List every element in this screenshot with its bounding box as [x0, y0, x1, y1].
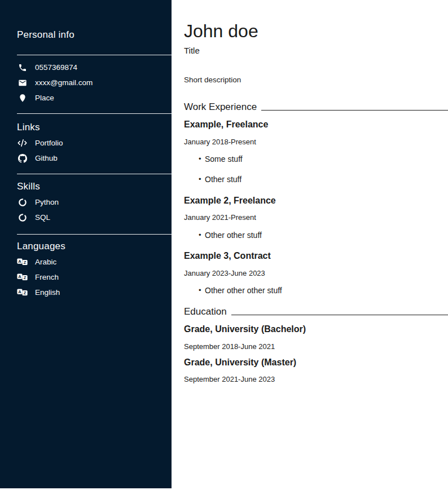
job-title: Example, Freelance — [184, 119, 448, 130]
links-heading: Links — [17, 122, 172, 133]
job-title: Example 3, Contract — [184, 250, 448, 261]
education-heading: Education — [184, 306, 227, 317]
contact-item-place: Place — [17, 90, 172, 105]
skill-item-sql: SQL — [17, 210, 172, 225]
education-entry: Grade, University (Bachelor) September 2… — [184, 324, 448, 351]
contact-item-phone: 0557369874 — [17, 60, 172, 75]
education-title: Grade, University (Bachelor) — [184, 324, 448, 334]
candidate-name: John doe — [184, 21, 448, 42]
language-label: French — [35, 273, 59, 281]
contact-item-email: xxxx@gmail.com — [17, 75, 172, 90]
location-icon — [17, 92, 28, 103]
resume-main: John doe Title Short description Work Ex… — [172, 0, 448, 490]
language-item-english: A Z English — [17, 285, 172, 300]
svg-text:A: A — [18, 259, 21, 264]
github-icon — [17, 153, 28, 164]
link-item-portfolio[interactable]: Portfolio — [17, 135, 172, 151]
short-description: Short description — [184, 76, 448, 85]
svg-text:A: A — [18, 274, 21, 279]
job-bullet: Other other other stuff — [184, 286, 448, 295]
job-title: Example 2, Freelance — [184, 195, 448, 206]
work-experience-heading: Work Experience — [184, 101, 257, 113]
languages-list: A Z Arabic A Z French — [0, 254, 172, 300]
job-bullets: Other other other stuff — [184, 286, 448, 295]
section-rule — [261, 110, 448, 111]
language-label: Arabic — [35, 258, 56, 266]
translate-icon: A Z — [17, 287, 28, 298]
job-bullets: Other other stuff — [184, 231, 448, 240]
code-icon — [17, 138, 28, 148]
job-entry: Example, Freelance January 2018-Present … — [184, 119, 448, 184]
job-entry: Example 2, Freelance January 2021-Presen… — [184, 195, 448, 240]
links-list: Portfolio Github — [0, 135, 172, 166]
skills-heading: Skills — [17, 181, 172, 192]
sidebar-divider — [17, 55, 172, 55]
education-header: Education — [184, 306, 448, 317]
job-period: January 2018-Present — [184, 138, 448, 147]
github-link-label: Github — [35, 154, 58, 162]
svg-text:Z: Z — [24, 260, 27, 265]
skill-label: SQL — [35, 214, 50, 222]
sidebar: Personal info 0557369874 xxxx@gmail.com … — [0, 0, 172, 488]
sidebar-divider — [17, 234, 172, 235]
education-title: Grade, University (Master) — [184, 357, 448, 368]
job-bullet: Other stuff — [184, 175, 448, 184]
work-experience-header: Work Experience — [184, 101, 448, 113]
language-label: English — [35, 289, 60, 297]
skill-label: Python — [35, 198, 59, 206]
link-item-github[interactable]: Github — [17, 151, 172, 166]
personal-info-list: 0557369874 xxxx@gmail.com Place — [0, 60, 172, 105]
language-item-french: A Z French — [17, 270, 172, 285]
sidebar-divider — [17, 174, 172, 174]
job-bullet: Other other stuff — [184, 231, 448, 240]
language-item-arabic: A Z Arabic — [17, 254, 172, 270]
svg-text:Z: Z — [24, 290, 27, 295]
place-label: Place — [35, 94, 54, 102]
education-entry: Grade, University (Master) September 202… — [184, 357, 448, 384]
translate-icon: A Z — [17, 257, 28, 267]
languages-heading: Languages — [17, 241, 172, 252]
job-bullets: Some stuff Other stuff — [184, 154, 448, 184]
resume-page: Personal info 0557369874 xxxx@gmail.com … — [0, 0, 448, 490]
job-period: January 2021-Present — [184, 213, 448, 222]
translate-icon: A Z — [17, 272, 28, 282]
svg-text:Z: Z — [24, 275, 27, 280]
circle-notch-icon — [17, 197, 28, 208]
section-rule — [231, 315, 448, 315]
circle-notch-icon — [17, 212, 28, 223]
education-period: September 2021-June 2023 — [184, 375, 448, 384]
sidebar-divider — [17, 113, 172, 114]
portfolio-link-label: Portfolio — [35, 139, 63, 147]
job-period: January 2023-June 2023 — [184, 269, 448, 278]
job-bullet: Some stuff — [184, 154, 448, 164]
skill-item-python: Python — [17, 195, 172, 210]
personal-info-heading: Personal info — [17, 29, 172, 41]
svg-text:A: A — [18, 289, 21, 294]
email-icon — [17, 77, 28, 88]
candidate-title: Title — [184, 46, 448, 56]
education-period: September 2018-June 2021 — [184, 342, 448, 351]
phone-icon — [17, 62, 28, 73]
email-address: xxxx@gmail.com — [35, 79, 93, 87]
skills-list: Python SQL — [0, 195, 172, 225]
job-entry: Example 3, Contract January 2023-June 20… — [184, 250, 448, 295]
phone-number: 0557369874 — [35, 64, 77, 72]
